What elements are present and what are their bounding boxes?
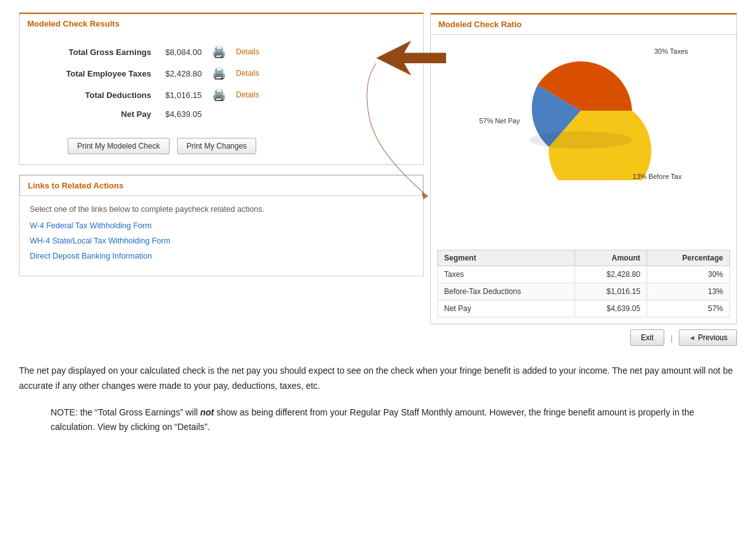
- ratio-segment-netpay: Net Pay: [438, 300, 575, 317]
- total-deductions-icon: 🖨️: [207, 84, 231, 106]
- gross-earnings-icon: 🖨️: [207, 41, 231, 63]
- links-header: Links to Related Actions: [20, 175, 423, 196]
- pie-label-beforetax: 13% Before Tax: [633, 173, 681, 180]
- gross-earnings-label: Total Gross Earnings: [30, 41, 156, 63]
- pie-chart-container: 30% Taxes 57% Net Pay 13% Before Tax: [480, 41, 688, 180]
- separator: |: [671, 333, 672, 343]
- ratio-table: Segment Amount Percentage Taxes $2,428.8…: [437, 250, 730, 317]
- links-description: Select one of the links below to complet…: [30, 205, 413, 214]
- results-table: Total Gross Earnings $8,084.00 🖨️ Detail…: [30, 41, 413, 123]
- total-deductions-value: $1,016.15: [156, 84, 207, 106]
- link-wh4[interactable]: WH-4 State/Local Tax Withholding Form: [30, 236, 413, 245]
- employee-taxes-value: $2,428.80: [156, 63, 207, 84]
- gross-earnings-details[interactable]: Details: [231, 41, 413, 63]
- table-row: Before-Tax Deductions $1,016.15 13%: [438, 283, 730, 300]
- link-w4[interactable]: W-4 Federal Tax Withholding Form: [30, 221, 413, 230]
- table-row: Taxes $2,428.80 30%: [438, 266, 730, 283]
- ratio-amount-netpay: $4,639.05: [575, 300, 647, 317]
- pie-chart-svg: [492, 41, 669, 180]
- table-row: Net Pay $4,639.05: [30, 106, 413, 123]
- table-row: Total Gross Earnings $8,084.00 🖨️ Detail…: [30, 41, 413, 63]
- gross-earnings-value: $8,084.00: [156, 41, 207, 63]
- pie-label-taxes: 30% Taxes: [654, 47, 688, 55]
- ratio-segment-beforetax: Before-Tax Deductions: [438, 283, 575, 300]
- table-row: Total Employee Taxes $2,428.80 🖨️ Detail…: [30, 63, 413, 84]
- net-pay-icon-empty: [207, 106, 231, 123]
- previous-arrow-icon: ◄: [688, 334, 695, 341]
- total-deductions-details[interactable]: Details: [231, 84, 413, 106]
- net-pay-value: $4,639.05: [156, 106, 207, 123]
- bottom-row: Exit | ◄ Previous: [19, 324, 737, 351]
- note-bold: not: [201, 407, 214, 417]
- employee-taxes-label: Total Employee Taxes: [30, 63, 156, 84]
- ratio-amount-beforetax: $1,016.15: [575, 283, 647, 300]
- ratio-box: Modeled Check Ratio: [430, 13, 737, 324]
- previous-button[interactable]: ◄ Previous: [679, 329, 737, 346]
- ratio-th-segment: Segment: [438, 250, 575, 266]
- exit-button[interactable]: Exit: [630, 329, 664, 346]
- note-paragraph: NOTE: the “Total Gross Earnings” will no…: [51, 405, 737, 436]
- ratio-pct-netpay: 57%: [647, 300, 730, 317]
- ratio-pct-beforetax: 13%: [647, 283, 730, 300]
- net-pay-label: Net Pay: [30, 106, 156, 123]
- previous-label: Previous: [698, 333, 728, 342]
- links-box: Links to Related Actions Select one of t…: [19, 175, 424, 276]
- modeled-check-results-header: Modeled Check Results: [19, 13, 424, 34]
- pie-label-netpay: 57% Net Pay: [480, 117, 520, 125]
- table-row: Net Pay $4,639.05 57%: [438, 300, 730, 317]
- footnote-paragraph: The net pay displayed on your calculated…: [19, 364, 737, 394]
- print-changes-button[interactable]: Print My Changes: [177, 138, 256, 154]
- ratio-th-amount: Amount: [575, 250, 647, 266]
- employee-taxes-details[interactable]: Details: [231, 63, 413, 84]
- employee-taxes-icon: 🖨️: [207, 63, 231, 84]
- ratio-amount-taxes: $2,428.80: [575, 266, 647, 283]
- ratio-segment-taxes: Taxes: [438, 266, 575, 283]
- total-deductions-label: Total Deductions: [30, 84, 156, 106]
- ratio-th-percentage: Percentage: [647, 250, 730, 266]
- net-pay-details-empty: [231, 106, 413, 123]
- ratio-pct-taxes: 30%: [647, 266, 730, 283]
- link-direct-deposit[interactable]: Direct Deposit Banking Information: [30, 252, 413, 261]
- print-modeled-check-button[interactable]: Print My Modeled Check: [68, 138, 170, 154]
- ratio-header: Modeled Check Ratio: [431, 13, 736, 35]
- note-prefix: NOTE: the “Total Gross Earnings” will: [51, 407, 201, 417]
- table-row: Total Deductions $1,016.15 🖨️ Details: [30, 84, 413, 106]
- pie-shadow: [529, 131, 631, 149]
